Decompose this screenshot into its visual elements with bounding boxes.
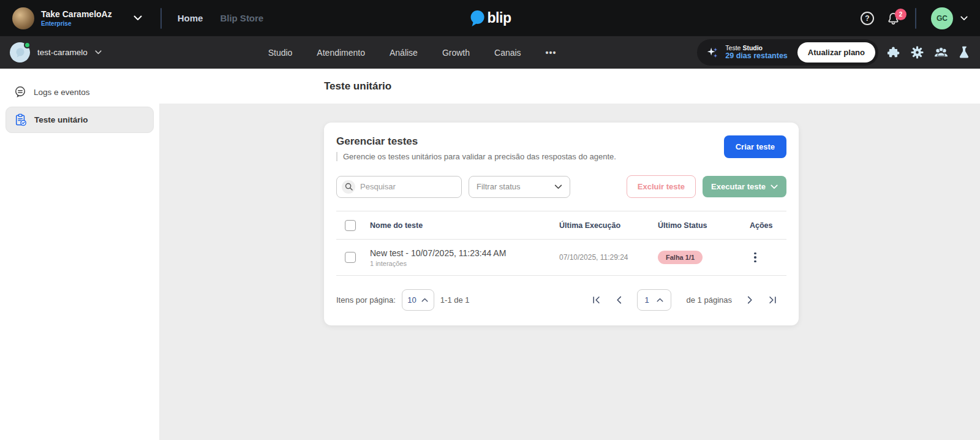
bot-balloon-icon	[15, 47, 26, 58]
status-filter-select[interactable]: Filtrar status	[469, 176, 570, 198]
notifications-button[interactable]: 2	[886, 11, 900, 26]
search-input[interactable]	[360, 182, 456, 191]
puzzle-icon[interactable]	[888, 46, 900, 59]
run-test-button[interactable]: Executar teste	[703, 176, 786, 197]
items-per-page-select[interactable]: 10	[402, 289, 434, 311]
clipboard-check-icon	[15, 113, 27, 126]
tab-more[interactable]: •••	[546, 48, 557, 58]
sidebar-item-label: Logs e eventos	[34, 88, 90, 97]
chevron-up-icon	[657, 298, 663, 302]
column-header-nome: Nome do teste	[370, 221, 559, 230]
trial-days-remaining: 29 dias restantes	[725, 51, 787, 61]
total-pages-label: de 1 páginas	[687, 295, 732, 305]
sidebar: Logs e eventos Teste unitário	[0, 69, 159, 440]
first-page-button[interactable]	[592, 296, 601, 304]
sidebar-item-teste-unitario[interactable]: Teste unitário	[6, 107, 154, 133]
workspace-bar: test-caramelo Studio Atendimento Análise…	[0, 36, 980, 69]
pagination: Itens por página: 10 1-1 de 1	[336, 289, 786, 311]
top-bar: Take CarameloAz Enterprise Home Blip Sto…	[0, 0, 980, 36]
blip-balloon-icon	[469, 9, 486, 28]
test-name: New test - 10/07/2025, 11:23:44 AM	[370, 248, 559, 258]
tests-table: Nome do teste Última Execução Último Sta…	[336, 211, 786, 276]
nav-home[interactable]: Home	[178, 13, 203, 23]
workspace-tabs: Studio Atendimento Análise Growth Canais…	[268, 48, 557, 58]
next-page-button[interactable]	[747, 296, 753, 304]
blip-logo: blip	[469, 9, 511, 28]
online-status-dot	[24, 42, 31, 48]
chevron-down-icon[interactable]	[95, 50, 102, 55]
chevron-down-icon[interactable]	[960, 16, 968, 21]
search-box[interactable]	[336, 176, 462, 198]
chevron-down-icon[interactable]	[134, 15, 142, 21]
tab-growth[interactable]: Growth	[442, 48, 470, 58]
notification-badge: 2	[895, 9, 907, 20]
manage-tests-card: Gerenciar testes Gerencie os testes unit…	[324, 123, 799, 325]
bot-switcher[interactable]: test-caramelo	[10, 42, 102, 63]
last-execution: 07/10/2025, 11:29:24	[559, 253, 658, 262]
test-interactions: 1 interações	[370, 260, 559, 267]
row-checkbox[interactable]	[345, 252, 356, 263]
sparkles-icon	[706, 46, 719, 59]
account-switcher[interactable]: Take CarameloAz Enterprise	[12, 7, 142, 29]
page-title: Teste unitário	[324, 80, 391, 93]
tab-analise[interactable]: Análise	[390, 48, 418, 58]
user-avatar[interactable]: GC	[931, 7, 953, 29]
column-header-ultima-execucao: Última Execução	[559, 221, 658, 230]
tab-atendimento[interactable]: Atendimento	[317, 48, 365, 58]
chat-logs-icon	[14, 86, 26, 98]
upgrade-plan-button[interactable]: Atualizar plano	[797, 42, 875, 63]
bot-name: test-caramelo	[37, 48, 88, 57]
trial-plan-name: Teste Studio	[725, 44, 787, 52]
items-per-page-label: Itens por página:	[336, 295, 396, 305]
chevron-up-icon	[421, 298, 428, 302]
column-header-ultimo-status: Último Status	[658, 221, 750, 230]
flask-icon[interactable]	[959, 46, 970, 59]
delete-test-button[interactable]: Excluir teste	[627, 175, 696, 198]
tab-studio[interactable]: Studio	[268, 48, 293, 58]
table-header: Nome do teste Última Execução Último Sta…	[336, 211, 786, 240]
chevron-down-icon	[554, 184, 562, 189]
bot-avatar	[10, 42, 30, 63]
chevron-down-icon	[771, 184, 778, 189]
card-title: Gerenciar testes	[336, 135, 616, 148]
blip-logo-text: blip	[488, 10, 511, 26]
page-select[interactable]: 1	[637, 289, 671, 311]
last-page-button[interactable]	[768, 296, 777, 304]
column-header-acoes: Ações	[750, 221, 786, 230]
divider	[160, 8, 162, 29]
gear-icon[interactable]	[911, 46, 924, 59]
pagination-range: 1-1 de 1	[440, 295, 470, 305]
previous-page-button[interactable]	[616, 296, 622, 304]
row-actions-menu-icon[interactable]	[750, 252, 761, 263]
account-name: Take CarameloAz	[41, 9, 112, 20]
page-header: Teste unitário	[159, 69, 980, 104]
nav-blip-store[interactable]: Blip Store	[220, 13, 263, 23]
tab-canais[interactable]: Canais	[494, 48, 521, 58]
sidebar-item-label: Teste unitário	[34, 115, 88, 124]
account-plan: Enterprise	[41, 20, 112, 27]
help-icon[interactable]: ?	[861, 12, 874, 25]
search-icon	[342, 180, 355, 194]
divider	[915, 8, 916, 29]
card-subtitle: Gerencie os testes unitários para valida…	[336, 152, 616, 161]
select-all-checkbox[interactable]	[345, 220, 356, 231]
status-filter-label: Filtrar status	[477, 182, 521, 191]
sidebar-item-logs-e-eventos[interactable]: Logs e eventos	[6, 80, 154, 104]
status-badge: Falha 1/1	[658, 251, 703, 264]
create-test-button[interactable]: Criar teste	[724, 135, 786, 158]
trial-plan-pill: Teste Studio 29 dias restantes Atualizar…	[697, 39, 878, 66]
people-icon[interactable]	[934, 46, 948, 59]
table-row[interactable]: New test - 10/07/2025, 11:23:44 AM 1 int…	[336, 240, 786, 276]
account-avatar	[12, 7, 34, 29]
